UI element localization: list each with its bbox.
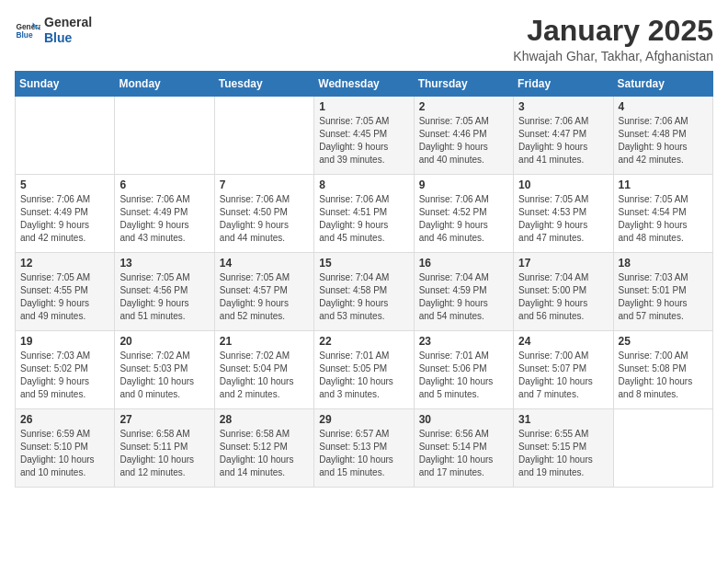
weekday-row: SundayMondayTuesdayWednesdayThursdayFrid… bbox=[16, 72, 713, 97]
day-number: 2 bbox=[419, 100, 508, 113]
day-number: 8 bbox=[319, 178, 408, 191]
calendar-cell: 19Sunrise: 7:03 AM Sunset: 5:02 PM Dayli… bbox=[16, 331, 115, 409]
day-info: Sunrise: 6:57 AM Sunset: 5:13 PM Dayligh… bbox=[319, 428, 408, 479]
day-number: 23 bbox=[419, 335, 508, 348]
day-info: Sunrise: 7:05 AM Sunset: 4:56 PM Dayligh… bbox=[119, 271, 209, 323]
day-info: Sunrise: 7:05 AM Sunset: 4:55 PM Dayligh… bbox=[20, 271, 109, 323]
calendar-cell: 15Sunrise: 7:04 AM Sunset: 4:58 PM Dayli… bbox=[314, 253, 414, 331]
weekday-header: Tuesday bbox=[214, 72, 313, 97]
calendar-cell: 29Sunrise: 6:57 AM Sunset: 5:13 PM Dayli… bbox=[314, 409, 414, 488]
day-number: 11 bbox=[619, 178, 708, 191]
calendar-cell: 1Sunrise: 7:05 AM Sunset: 4:45 PM Daylig… bbox=[314, 97, 414, 175]
calendar-cell: 30Sunrise: 6:56 AM Sunset: 5:14 PM Dayli… bbox=[414, 409, 513, 488]
day-number: 4 bbox=[619, 100, 708, 113]
calendar-cell: 21Sunrise: 7:02 AM Sunset: 5:04 PM Dayli… bbox=[214, 331, 313, 409]
calendar-cell: 26Sunrise: 6:59 AM Sunset: 5:10 PM Dayli… bbox=[16, 409, 115, 488]
day-info: Sunrise: 7:03 AM Sunset: 5:02 PM Dayligh… bbox=[20, 350, 109, 401]
day-number: 19 bbox=[20, 335, 109, 348]
day-number: 21 bbox=[220, 335, 309, 348]
calendar-cell: 24Sunrise: 7:00 AM Sunset: 5:07 PM Dayli… bbox=[514, 331, 613, 409]
calendar-header: SundayMondayTuesdayWednesdayThursdayFrid… bbox=[16, 72, 713, 97]
calendar-cell: 10Sunrise: 7:05 AM Sunset: 4:53 PM Dayli… bbox=[514, 175, 613, 253]
calendar-cell: 27Sunrise: 6:58 AM Sunset: 5:11 PM Dayli… bbox=[115, 409, 214, 488]
weekday-header: Saturday bbox=[613, 72, 712, 97]
calendar-cell bbox=[115, 97, 214, 175]
day-number: 27 bbox=[119, 413, 209, 426]
calendar-cell: 22Sunrise: 7:01 AM Sunset: 5:05 PM Dayli… bbox=[314, 331, 414, 409]
weekday-header: Monday bbox=[115, 72, 214, 97]
calendar-cell: 16Sunrise: 7:04 AM Sunset: 4:59 PM Dayli… bbox=[414, 253, 513, 331]
day-number: 3 bbox=[518, 100, 608, 113]
day-info: Sunrise: 6:59 AM Sunset: 5:10 PM Dayligh… bbox=[20, 428, 109, 479]
day-number: 22 bbox=[319, 335, 408, 348]
weekday-header: Sunday bbox=[16, 72, 115, 97]
day-info: Sunrise: 7:01 AM Sunset: 5:06 PM Dayligh… bbox=[419, 350, 508, 401]
day-info: Sunrise: 7:05 AM Sunset: 4:45 PM Dayligh… bbox=[319, 115, 408, 167]
day-number: 1 bbox=[319, 100, 408, 113]
day-info: Sunrise: 7:06 AM Sunset: 4:49 PM Dayligh… bbox=[119, 193, 209, 245]
day-info: Sunrise: 7:06 AM Sunset: 4:47 PM Dayligh… bbox=[518, 115, 608, 167]
calendar-cell: 9Sunrise: 7:06 AM Sunset: 4:52 PM Daylig… bbox=[414, 175, 513, 253]
day-info: Sunrise: 7:06 AM Sunset: 4:49 PM Dayligh… bbox=[20, 193, 109, 245]
calendar-week-row: 19Sunrise: 7:03 AM Sunset: 5:02 PM Dayli… bbox=[16, 331, 713, 409]
calendar-cell: 20Sunrise: 7:02 AM Sunset: 5:03 PM Dayli… bbox=[115, 331, 214, 409]
location-title: Khwajah Ghar, Takhar, Afghanistan bbox=[513, 49, 713, 63]
calendar-cell bbox=[613, 409, 712, 488]
calendar-cell: 23Sunrise: 7:01 AM Sunset: 5:06 PM Dayli… bbox=[414, 331, 513, 409]
day-number: 9 bbox=[419, 178, 508, 191]
calendar-week-row: 12Sunrise: 7:05 AM Sunset: 4:55 PM Dayli… bbox=[16, 253, 713, 331]
calendar-cell: 12Sunrise: 7:05 AM Sunset: 4:55 PM Dayli… bbox=[16, 253, 115, 331]
day-info: Sunrise: 7:05 AM Sunset: 4:54 PM Dayligh… bbox=[619, 193, 708, 245]
calendar-cell: 3Sunrise: 7:06 AM Sunset: 4:47 PM Daylig… bbox=[514, 97, 613, 175]
day-number: 30 bbox=[419, 413, 508, 426]
day-number: 31 bbox=[518, 413, 608, 426]
day-number: 10 bbox=[518, 178, 608, 191]
day-info: Sunrise: 7:06 AM Sunset: 4:50 PM Dayligh… bbox=[220, 193, 309, 245]
day-info: Sunrise: 7:04 AM Sunset: 4:59 PM Dayligh… bbox=[419, 271, 508, 323]
calendar-cell: 2Sunrise: 7:05 AM Sunset: 4:46 PM Daylig… bbox=[414, 97, 513, 175]
svg-text:General: General bbox=[16, 21, 40, 30]
day-info: Sunrise: 7:05 AM Sunset: 4:46 PM Dayligh… bbox=[419, 115, 508, 167]
day-info: Sunrise: 7:03 AM Sunset: 5:01 PM Dayligh… bbox=[619, 271, 708, 323]
day-number: 5 bbox=[20, 178, 109, 191]
calendar-body: 1Sunrise: 7:05 AM Sunset: 4:45 PM Daylig… bbox=[16, 97, 713, 488]
day-number: 18 bbox=[619, 257, 708, 270]
logo-icon: General Blue bbox=[15, 17, 40, 43]
day-info: Sunrise: 7:05 AM Sunset: 4:53 PM Dayligh… bbox=[518, 193, 608, 245]
day-number: 6 bbox=[119, 178, 209, 191]
day-info: Sunrise: 7:05 AM Sunset: 4:57 PM Dayligh… bbox=[220, 271, 309, 323]
day-info: Sunrise: 7:02 AM Sunset: 5:04 PM Dayligh… bbox=[220, 350, 309, 401]
day-info: Sunrise: 6:58 AM Sunset: 5:11 PM Dayligh… bbox=[119, 428, 209, 479]
day-number: 29 bbox=[319, 413, 408, 426]
day-number: 16 bbox=[419, 257, 508, 270]
day-info: Sunrise: 7:04 AM Sunset: 5:00 PM Dayligh… bbox=[518, 271, 608, 323]
calendar-table: SundayMondayTuesdayWednesdayThursdayFrid… bbox=[15, 71, 713, 488]
day-number: 13 bbox=[119, 257, 209, 270]
day-info: Sunrise: 7:06 AM Sunset: 4:48 PM Dayligh… bbox=[619, 115, 708, 167]
day-number: 14 bbox=[220, 257, 309, 270]
title-section: January 2025 Khwajah Ghar, Takhar, Afgha… bbox=[513, 15, 713, 63]
calendar-cell: 18Sunrise: 7:03 AM Sunset: 5:01 PM Dayli… bbox=[613, 253, 712, 331]
day-number: 17 bbox=[518, 257, 608, 270]
calendar-cell: 31Sunrise: 6:55 AM Sunset: 5:15 PM Dayli… bbox=[514, 409, 613, 488]
calendar-cell: 8Sunrise: 7:06 AM Sunset: 4:51 PM Daylig… bbox=[314, 175, 414, 253]
calendar-cell: 17Sunrise: 7:04 AM Sunset: 5:00 PM Dayli… bbox=[514, 253, 613, 331]
logo: General Blue General Blue bbox=[15, 15, 92, 46]
svg-text:Blue: Blue bbox=[16, 30, 32, 40]
day-info: Sunrise: 7:04 AM Sunset: 4:58 PM Dayligh… bbox=[319, 271, 408, 323]
day-info: Sunrise: 7:06 AM Sunset: 4:51 PM Dayligh… bbox=[319, 193, 408, 245]
day-number: 26 bbox=[20, 413, 109, 426]
day-number: 12 bbox=[20, 257, 109, 270]
day-info: Sunrise: 6:55 AM Sunset: 5:15 PM Dayligh… bbox=[518, 428, 608, 479]
calendar-cell: 7Sunrise: 7:06 AM Sunset: 4:50 PM Daylig… bbox=[214, 175, 313, 253]
header: General Blue General Blue January 2025 K… bbox=[15, 15, 713, 63]
day-number: 25 bbox=[619, 335, 708, 348]
day-info: Sunrise: 6:56 AM Sunset: 5:14 PM Dayligh… bbox=[419, 428, 508, 479]
logo-line2: Blue bbox=[44, 30, 92, 46]
month-title: January 2025 bbox=[513, 15, 713, 47]
day-number: 24 bbox=[518, 335, 608, 348]
day-number: 28 bbox=[220, 413, 309, 426]
weekday-header: Friday bbox=[514, 72, 613, 97]
calendar-cell: 5Sunrise: 7:06 AM Sunset: 4:49 PM Daylig… bbox=[16, 175, 115, 253]
calendar-cell: 14Sunrise: 7:05 AM Sunset: 4:57 PM Dayli… bbox=[214, 253, 313, 331]
